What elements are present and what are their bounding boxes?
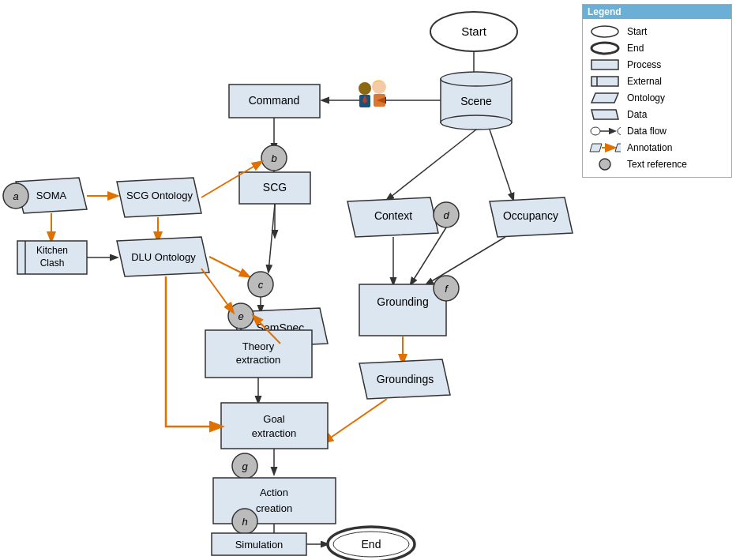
circle-e: e: [238, 310, 243, 322]
legend-row-ontology: Ontology: [589, 91, 725, 105]
svg-point-72: [618, 127, 621, 135]
svg-point-63: [591, 26, 618, 37]
svg-rect-66: [591, 77, 618, 86]
goal-extraction-label2: extraction: [252, 427, 296, 439]
svg-marker-73: [590, 144, 602, 152]
legend-external-shape: [589, 74, 621, 88]
end-label: End: [362, 538, 381, 551]
occupancy-label: Occupancy: [503, 209, 558, 222]
context-label: Context: [374, 209, 412, 222]
legend: Legend Start End Process: [582, 4, 732, 178]
legend-row-data: Data: [589, 107, 725, 122]
svg-marker-68: [591, 93, 618, 103]
theory-extraction-label2: extraction: [236, 354, 280, 366]
scg-label: SCG: [263, 181, 287, 194]
legend-ontology-shape: [589, 91, 621, 105]
kitchen-clash-label: Kitchen: [36, 245, 68, 256]
legend-process-label: Process: [627, 59, 725, 70]
svg-point-64: [591, 43, 618, 54]
legend-row-start: Start: [589, 24, 725, 39]
legend-row-annotation: Annotation: [589, 141, 725, 155]
legend-dataflow-label: Data flow: [627, 126, 725, 137]
svg-line-31: [209, 257, 249, 276]
svg-line-41: [426, 237, 505, 284]
svg-line-46: [324, 399, 387, 442]
kitchen-clash-label2: Clash: [40, 257, 65, 269]
circle-c: c: [258, 279, 264, 291]
svg-line-15: [490, 130, 513, 200]
simulation-label: Simulation: [235, 539, 284, 551]
theory-extraction-label: Theory: [242, 340, 275, 352]
svg-point-76: [599, 159, 610, 170]
svg-point-6: [359, 82, 371, 95]
circle-a: a: [13, 190, 18, 202]
svg-line-35: [268, 204, 275, 272]
svg-line-14: [387, 130, 476, 200]
legend-start-shape: [589, 24, 621, 39]
scene-label: Scene: [460, 95, 492, 107]
legend-process-shape: [589, 58, 621, 72]
start-label: Start: [461, 24, 487, 38]
command-label: Command: [249, 94, 300, 107]
diagram-container: Start Scene Command: [0, 0, 736, 560]
svg-point-70: [591, 127, 600, 135]
dlu-ontology-label: DLU Ontology: [131, 251, 196, 263]
legend-items: Start End Process External: [583, 19, 731, 177]
circle-d: d: [443, 209, 449, 221]
groundings-label: Groundings: [377, 373, 434, 385]
legend-dataflow-shape: [589, 124, 621, 138]
legend-data-label: Data: [627, 109, 725, 120]
legend-external-label: External: [627, 76, 725, 87]
svg-marker-75: [615, 144, 621, 152]
svg-rect-10: [374, 94, 385, 107]
legend-ontology-label: Ontology: [627, 92, 725, 103]
soma-label: SOMA: [36, 190, 67, 201]
action-creation-label: Action: [260, 487, 288, 498]
svg-rect-56: [213, 478, 336, 524]
svg-point-3: [441, 72, 512, 86]
legend-annotation-shape: [589, 141, 621, 155]
legend-textref-label: Text reference: [627, 159, 725, 170]
legend-row-external: External: [589, 74, 725, 88]
svg-point-4: [441, 115, 512, 130]
legend-annotation-label: Annotation: [627, 142, 725, 153]
legend-end-label: End: [627, 43, 725, 54]
circle-b: b: [271, 152, 276, 164]
legend-data-shape: [589, 107, 621, 122]
legend-title: Legend: [583, 5, 731, 19]
legend-textref-shape: [589, 157, 621, 171]
action-creation-label2: creation: [256, 502, 292, 514]
legend-row-process: Process: [589, 58, 725, 72]
goal-extraction-label: Goal: [263, 413, 285, 425]
svg-rect-53: [221, 403, 328, 449]
legend-row-end: End: [589, 41, 725, 55]
svg-rect-42: [359, 284, 446, 336]
legend-row-textref: Text reference: [589, 157, 725, 171]
legend-end-shape: [589, 41, 621, 55]
circle-g: g: [242, 460, 248, 472]
svg-marker-69: [591, 110, 618, 119]
legend-row-dataflow: Data flow: [589, 124, 725, 138]
scg-ontology-label: SCG Ontology: [126, 190, 193, 201]
legend-start-label: Start: [627, 26, 725, 37]
svg-rect-65: [591, 60, 618, 70]
circle-h: h: [242, 516, 247, 528]
grounding-label: Grounding: [377, 295, 428, 308]
svg-line-51: [201, 269, 233, 312]
